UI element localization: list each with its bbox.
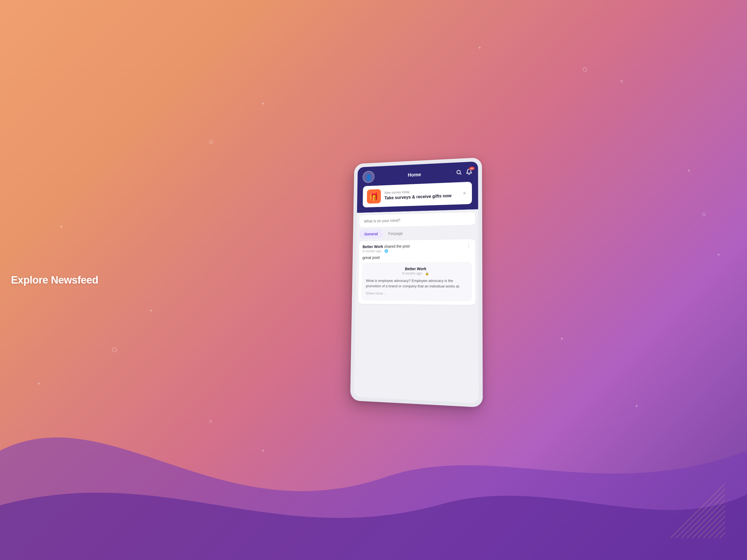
deco-plus-7: + [261,101,265,106]
post-card: Better Work shared the post 8 months ago… [358,239,374,280]
tablet-outer: 👤 Home [350,157,374,280]
tab-general[interactable]: General [359,229,374,238]
inner-post-text: What is employee advocacy? Employee advo… [366,279,374,280]
avatar[interactable]: 👤 [363,171,374,183]
tablet: 👤 Home [350,157,374,280]
inner-post-author: Better Work [366,266,374,271]
inner-post: Better Work 8 months ago · 🔒 What is emp… [362,262,374,280]
avatar-icon: 👤 [365,175,372,181]
gift-icon: 🎁 [369,192,374,201]
header-top: 👤 Home [363,166,374,183]
inner-post-header: Better Work 8 months ago · 🔒 [366,266,374,275]
background: + + + + + + + + + + + Explore Newsfeed 👤 [0,0,374,280]
inner-post-meta: 8 months ago · 🔒 [366,271,374,275]
banner-card: 🎁 New survey today Take surveys & receiv… [363,182,374,207]
inner-post-body: What is employee advocacy? Employee advo… [366,278,374,280]
post-text: great post [359,254,374,263]
post-header: Better Work shared the post 8 months ago… [359,239,374,255]
gift-icon-wrap: 🎁 [367,189,374,204]
post-user-name: Better Work shared the post [363,244,374,249]
post-meta: 8 months ago · 🌐 [363,249,374,253]
feed-area[interactable]: General Fanpage Better Work shared the p… [354,209,374,280]
deco-plus-8: + [60,224,63,229]
post-user-info: Better Work shared the post 8 months ago… [363,244,374,253]
mind-input-wrap [359,212,374,228]
mind-input[interactable] [364,216,374,223]
tablet-screen: 👤 Home [354,161,374,280]
app-header: 👤 Home [357,161,374,213]
explore-label: Explore Newsfeed [11,274,98,280]
deco-circle-3 [209,140,213,144]
post-author: Better Work [363,245,374,249]
post-time: 8 months ago [363,249,374,253]
